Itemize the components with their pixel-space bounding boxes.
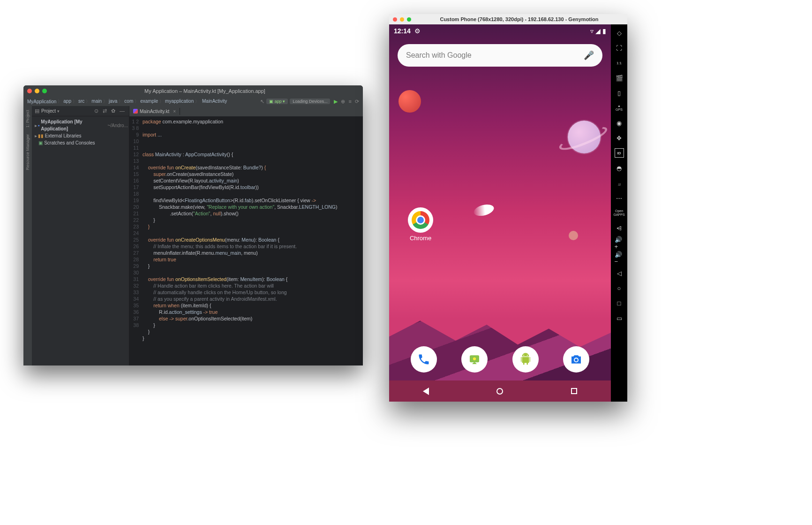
opengapps-button[interactable]: Open GAPPS — [615, 208, 624, 218]
volume-down-icon[interactable]: 🔊− — [615, 253, 624, 263]
recents-icon[interactable]: □ — [615, 298, 624, 308]
tab-mainactivity[interactable]: MainActivity.kt× — [129, 108, 180, 115]
move-icon[interactable]: ✥ — [615, 133, 624, 143]
device-selector[interactable]: Loading Devices... — [290, 99, 330, 104]
app-chrome[interactable]: Chrome — [408, 207, 433, 242]
code-content[interactable]: package com.example.myapplication import… — [143, 118, 337, 364]
tree-ext-libs[interactable]: ▸▮▮ External Libraries — [33, 132, 128, 139]
battery-icon: ▮ — [602, 27, 606, 35]
debug-icon[interactable]: ⊕ — [341, 99, 345, 104]
camera-icon[interactable]: ◉ — [615, 118, 624, 128]
project-panel: ▤ Project ▾ ⊙ ⇄ ✿ — ▸▪ MyApplication [My… — [32, 106, 129, 365]
svg-point-1 — [473, 358, 476, 360]
window-controls[interactable] — [393, 17, 411, 22]
run-icon[interactable]: ▶ — [334, 99, 338, 104]
nav-bar — [389, 380, 611, 402]
run-toolbar: ▶ ⊕ ≡ ⟳ — [332, 99, 359, 105]
wifi-icon: ▿ — [590, 27, 594, 35]
svg-point-2 — [523, 355, 524, 356]
messages-app[interactable] — [461, 346, 488, 373]
gear-icon: ⚙ — [414, 27, 421, 35]
home-icon[interactable]: ○ — [615, 283, 624, 293]
crumb[interactable]: src — [71, 99, 84, 105]
phone-app[interactable] — [411, 346, 437, 373]
fullscreen-icon[interactable]: ⛶ — [615, 43, 624, 53]
search-placeholder: Search with Google — [406, 51, 472, 60]
profile-icon[interactable]: ≡ — [349, 99, 352, 104]
sync-icon[interactable]: ⟳ — [355, 99, 359, 104]
wallpaper-comet — [473, 203, 495, 218]
apps-drawer[interactable] — [512, 346, 539, 373]
folder-icon: ▤ — [35, 108, 39, 114]
pixel-icon[interactable]: 1:1 — [615, 58, 624, 68]
tree-scratches[interactable]: ▣ Scratches and Consoles — [33, 139, 128, 146]
close-icon[interactable] — [27, 89, 32, 93]
menu-icon[interactable]: ▭ — [615, 313, 624, 323]
device-screen[interactable]: 12:14 ⚙ ▿ ◢ ▮ Search with Google 🎤 Chro — [389, 24, 611, 402]
camera-icon — [569, 352, 583, 366]
battery-icon[interactable]: ▯ — [615, 88, 624, 98]
crumb[interactable]: MyApplication — [27, 99, 56, 104]
emulator-titlebar[interactable]: Custom Phone (768x1280, 320dpi) - 192.16… — [389, 14, 627, 24]
identifier-icon[interactable]: ID — [615, 148, 624, 158]
tab-project[interactable]: 1: Project — [25, 110, 30, 128]
crumb[interactable]: app — [56, 99, 71, 105]
crumb[interactable]: com — [117, 99, 133, 105]
emulator-window: Custom Phone (768x1280, 320dpi) - 192.16… — [389, 14, 627, 402]
project-tree[interactable]: ▸▪ MyApplication [My Application]~/Andro… — [32, 116, 129, 148]
svg-point-5 — [575, 358, 578, 361]
back-icon[interactable]: ◁ — [615, 268, 624, 278]
ide-window: My Application – MainActivity.kt [My_App… — [23, 85, 363, 365]
sms-icon[interactable]: ⋯ — [615, 193, 624, 203]
disk-icon[interactable]: ◓ — [615, 163, 624, 173]
crumb[interactable]: java — [102, 99, 117, 105]
crumb[interactable]: MainActivity — [194, 99, 227, 105]
google-search-bar[interactable]: Search with Google 🎤 — [398, 44, 602, 67]
volume-up-icon[interactable]: 🔊+ — [615, 238, 624, 248]
crumb[interactable]: main — [84, 99, 102, 105]
ide-title: My Application – MainActivity.kt [My_App… — [47, 88, 363, 94]
close-icon[interactable] — [393, 17, 397, 22]
signal-icon: ◢ — [595, 27, 601, 35]
minimize-icon[interactable] — [400, 17, 404, 22]
project-panel-actions[interactable]: ⊙ ⇄ ✿ — — [94, 108, 126, 114]
project-panel-header[interactable]: ▤ Project ▾ ⊙ ⇄ ✿ — — [32, 106, 129, 116]
clapperboard-icon[interactable]: 🎬 — [615, 73, 624, 83]
kotlin-icon — [133, 109, 138, 114]
emulator-title: Custom Phone (768x1280, 320dpi) - 192.16… — [411, 16, 627, 22]
editor-area: MainActivity.kt× 1 2 3 8 9 10 11 12 13 1… — [129, 106, 363, 365]
run-config[interactable]: ▣ app ▾ — [266, 99, 288, 104]
close-tab-icon[interactable]: × — [173, 109, 176, 114]
app-label: Chrome — [408, 235, 433, 242]
tree-root[interactable]: ▸▪ MyApplication [My Application]~/Andro… — [33, 118, 128, 132]
rotate-icon[interactable]: ◇ — [615, 28, 624, 38]
left-toolwindow-bar: 1: Project Resource Manager — [23, 106, 32, 365]
recents-button[interactable] — [571, 388, 577, 394]
home-button[interactable] — [496, 388, 503, 395]
android-icon — [519, 352, 533, 366]
status-bar: 12:14 ⚙ ▿ ◢ ▮ — [389, 24, 611, 38]
network-icon[interactable]: ⟓ — [615, 178, 624, 188]
maximize-icon[interactable] — [42, 89, 47, 93]
mic-icon[interactable]: 🎤 — [584, 50, 594, 61]
camera-app[interactable] — [563, 346, 589, 373]
window-controls[interactable] — [27, 89, 47, 93]
share-icon[interactable]: ⩤ — [615, 223, 624, 233]
gps-icon[interactable]: ▲GPS — [615, 103, 624, 113]
maximize-icon[interactable] — [407, 17, 411, 22]
nav-arrow-icon[interactable]: ↖ — [260, 99, 264, 105]
breadcrumb: MyApplication app src main java com exam… — [23, 97, 363, 106]
crumb[interactable]: myapplication — [158, 99, 194, 105]
ide-titlebar[interactable]: My Application – MainActivity.kt [My_App… — [23, 85, 363, 97]
minimize-icon[interactable] — [35, 89, 39, 93]
dock — [389, 346, 611, 373]
line-numbers: 1 2 3 8 9 10 11 12 13 14 15 16 17 18 19 … — [129, 118, 143, 364]
project-panel-title: Project — [41, 108, 56, 114]
chrome-icon[interactable] — [408, 207, 433, 233]
code-editor[interactable]: 1 2 3 8 9 10 11 12 13 14 15 16 17 18 19 … — [129, 116, 363, 365]
back-button[interactable] — [423, 388, 429, 395]
crumb[interactable]: example — [133, 99, 158, 105]
tab-resource-manager[interactable]: Resource Manager — [25, 134, 30, 170]
wallpaper-planet — [568, 121, 601, 153]
phone-icon — [417, 353, 430, 366]
